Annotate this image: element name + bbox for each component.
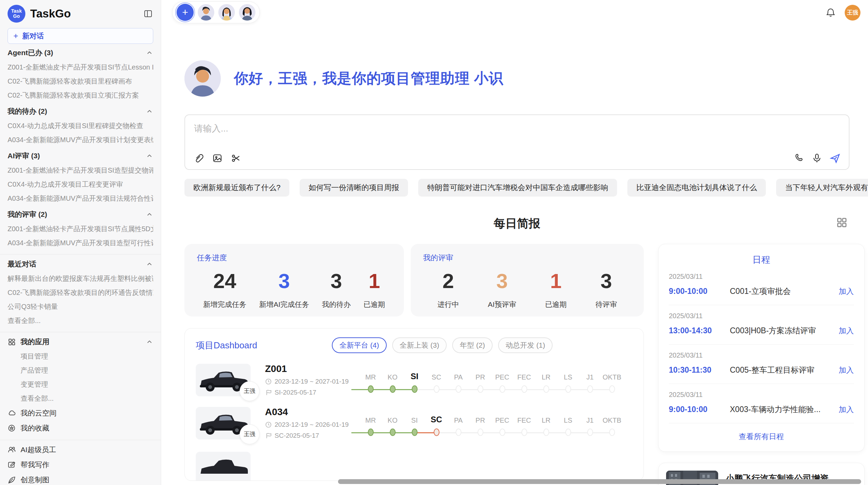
section-title: 我的应用 xyxy=(21,337,49,347)
sidebar-item-cloud-space[interactable]: 我的云空间 xyxy=(8,406,153,421)
chevron-up-icon xyxy=(146,260,153,268)
notification-bell-icon[interactable] xyxy=(825,8,836,18)
sidebar-task-item[interactable]: A034-全新新能源MUV产品开发项目造型可行性评审 xyxy=(8,236,153,250)
sidebar-task-item[interactable]: Z001-全新燃油皮卡产品开发项目SI节点Lesson Learn报告 xyxy=(8,60,153,74)
sidebar-task-item[interactable]: C02-飞腾新能源轻客改款项目立项汇报方案 xyxy=(8,88,153,102)
divider xyxy=(0,440,161,440)
message-input[interactable] xyxy=(194,123,840,147)
sidebar-task-item[interactable]: C0X4-动力总成开发项目SI里程碑提交物检查 xyxy=(8,119,153,133)
compose-icon xyxy=(8,461,16,469)
project-row-a034[interactable]: 王强 A034 2023-12-19 ~ 2026-01-19 xyxy=(196,407,632,439)
composer-left-icons xyxy=(193,153,241,164)
sidebar-item-help-write[interactable]: 帮我写作 xyxy=(8,457,153,472)
attachment-icon[interactable] xyxy=(193,153,204,164)
stat-label: AI预评审 xyxy=(488,300,516,309)
microphone-icon[interactable] xyxy=(812,153,822,163)
right-column: 日程 2025/03/11 9:00-10:00 C001-立项审批会 加入 2… xyxy=(658,244,865,485)
agent-avatar-2[interactable] xyxy=(218,4,235,21)
dashboard-tabs: 全新平台 (4) 全新上装 (3) 年型 (2) 动总开发 (1) xyxy=(332,337,553,353)
apps-view-all-link[interactable]: 查看全部... xyxy=(8,391,153,406)
agent-avatar-3[interactable] xyxy=(239,4,255,21)
section-header-my-todo[interactable]: 我的待办 (2) xyxy=(8,104,153,119)
section-header-my-review[interactable]: 我的评审 (2) xyxy=(8,207,153,222)
sidebar-item-creative-draw[interactable]: 创意制图 xyxy=(8,472,153,485)
section-header-recent-chats[interactable]: 最近对话 xyxy=(8,257,153,272)
user-avatar[interactable]: 王强 xyxy=(845,5,860,21)
schedule-item: 2025/03/11 10:30-11:30 C005-整车工程目标评审 加入 xyxy=(669,345,854,384)
recent-chat-item[interactable]: 解释最新出台的欧盟报废车法规再生塑料比例被调至15%... xyxy=(8,272,153,286)
suggestion-chip[interactable]: 比亚迪全固态电池计划具体说了什么 xyxy=(627,179,766,197)
sidebar-task-item[interactable]: A034-全新新能源MUV产品开发项目法规符合性评审 xyxy=(8,191,153,206)
project-row-z001[interactable]: 王强 Z001 2023-12-19 ~ 2027-01-19 xyxy=(196,363,632,396)
schedule-date: 2025/03/11 xyxy=(669,312,854,320)
scissors-icon[interactable] xyxy=(230,153,241,164)
image-icon[interactable] xyxy=(212,153,223,164)
section-title: 我的待办 (2) xyxy=(8,107,47,116)
help-write-label: 帮我写作 xyxy=(21,460,49,470)
app-item-project-mgmt[interactable]: 项目管理 xyxy=(8,349,153,363)
dashboard-title: 项目Dashboard xyxy=(196,339,257,351)
briefing-columns: 任务进度 24 新增完成任务 3 新增AI完成任务 xyxy=(184,244,849,485)
tab-model-year[interactable]: 年型 (2) xyxy=(452,337,493,353)
stat-value: 3 xyxy=(259,269,309,293)
ai-staff-label: AI超级员工 xyxy=(21,445,56,455)
stat-label: 进行中 xyxy=(437,300,459,309)
sidebar-collapse-icon[interactable] xyxy=(143,9,153,19)
tab-new-upfit[interactable]: 全新上装 (3) xyxy=(392,337,447,353)
schedule-join-link[interactable]: 加入 xyxy=(839,286,854,297)
phone-call-icon[interactable] xyxy=(794,153,804,163)
main-area: + 王强 你好，王强，我是你的项目管理 xyxy=(161,0,868,485)
milestone-timeline: MR KO SI SC PA PR PEC FEC LR LS xyxy=(360,410,632,436)
schedule-join-link[interactable]: 加入 xyxy=(839,405,854,415)
sidebar-task-item[interactable]: Z001-全新燃油轻卡产品开发项目SI节点属性5D文件评审 xyxy=(8,222,153,236)
milestone-dot xyxy=(565,385,571,393)
sidebar-item-favorites[interactable]: 我的收藏 xyxy=(8,421,153,436)
composer-right-icons xyxy=(794,153,841,164)
milestone-dot xyxy=(412,385,418,393)
section-header-ai-review[interactable]: AI评审 (3) xyxy=(8,148,153,163)
tab-all-new-platform[interactable]: 全新平台 (4) xyxy=(332,337,387,353)
schedule-join-link[interactable]: 加入 xyxy=(839,326,854,336)
recent-chat-item[interactable]: 公司Q3轻卡销量 xyxy=(8,300,153,314)
suggestion-chip[interactable]: 欧洲新规最近颁布了什么? xyxy=(184,179,289,197)
session-pill: + xyxy=(172,1,260,23)
section-header-my-apps[interactable]: 我的应用 xyxy=(8,334,153,349)
new-chat-button[interactable]: + 新对话 xyxy=(8,28,153,44)
milestone-timeline: MR KO SI SC PA PR PEC FEC LR LS xyxy=(360,367,632,393)
sidebar-task-item[interactable]: A034-全新新能源MUV产品开发项目计划变更表编写 xyxy=(8,133,153,147)
sidebar-task-item[interactable]: C02-飞腾新能源轻客改款项目里程碑画布 xyxy=(8,74,153,88)
project-dashboard-card: 项目Dashboard 全新平台 (4) 全新上装 (3) 年型 (2) 动总开… xyxy=(184,328,644,481)
recent-view-all-link[interactable]: 查看全部... xyxy=(8,314,153,328)
schedule-join-link[interactable]: 加入 xyxy=(839,365,854,375)
left-column: 任务进度 24 新增完成任务 3 新增AI完成任务 xyxy=(184,244,644,485)
app-item-product-mgmt[interactable]: 产品管理 xyxy=(8,363,153,377)
project-flag-label: SC-2025-05-17 xyxy=(275,432,319,439)
tab-powertrain-dev[interactable]: 动总开发 (1) xyxy=(498,337,553,353)
section-title: 最近对话 xyxy=(8,259,36,269)
milestone-dot xyxy=(412,428,418,436)
horizontal-scrollbar[interactable] xyxy=(338,479,861,484)
recent-chat-item[interactable]: C02-飞腾新能源轻客改款项目的闭环通告反馈情况 xyxy=(8,286,153,300)
project-image-wrap: 王强 xyxy=(196,364,251,396)
new-chat-label: 新对话 xyxy=(22,31,44,41)
greeting-row: 你好，王强，我是你的项目管理助理 小识 xyxy=(184,60,849,97)
flag-icon xyxy=(265,432,272,439)
suggestion-chip[interactable]: 特朗普可能对进口汽车增税会对中国车企造成哪些影响 xyxy=(418,179,617,197)
sidebar-task-item[interactable]: C0X4-动力总成开发项目工程变更评审 xyxy=(8,177,153,191)
view-all-schedule-link[interactable]: 查看所有日程 xyxy=(669,423,854,445)
add-session-button[interactable]: + xyxy=(177,4,194,21)
suggestion-chip[interactable]: 如何写一份清晰的项目周报 xyxy=(300,179,408,197)
suggestion-chip[interactable]: 当下年轻人对汽车外观有怎样的喜好趋势 xyxy=(776,179,868,197)
milestone-dot xyxy=(609,428,615,436)
stat-label: 我的待办 xyxy=(322,300,351,309)
sidebar-item-ai-staff[interactable]: AI超级员工 xyxy=(8,442,153,457)
layout-grid-icon[interactable] xyxy=(836,216,847,228)
topbar-right: 王强 xyxy=(825,5,860,21)
agent-avatar-1[interactable] xyxy=(198,4,214,21)
sidebar-task-item[interactable]: Z001-全新燃油轻卡产品开发项目SI造型提交物评审 xyxy=(8,163,153,177)
schedule-date: 2025/03/11 xyxy=(669,391,854,399)
assistant-avatar xyxy=(184,60,221,97)
send-icon[interactable] xyxy=(830,153,841,164)
section-header-agent-done[interactable]: Agent已办 (3) xyxy=(8,45,153,60)
app-item-change-mgmt[interactable]: 变更管理 xyxy=(8,377,153,391)
